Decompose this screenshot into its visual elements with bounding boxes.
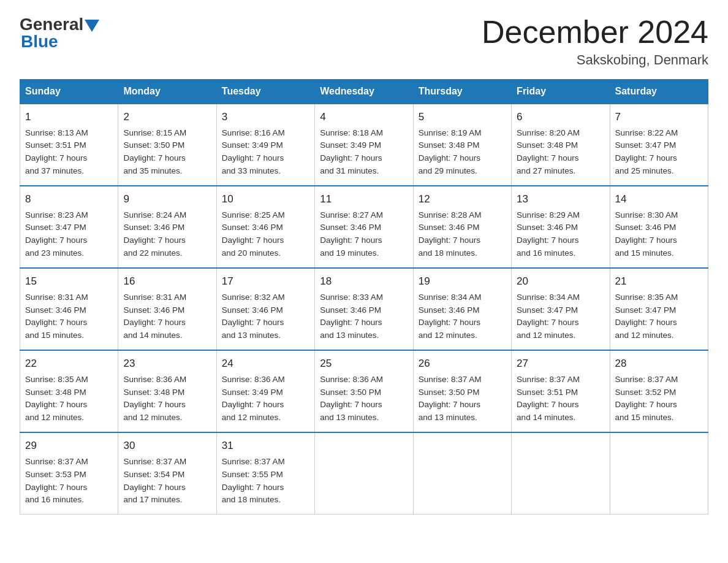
day-cell: 1Sunrise: 8:13 AMSunset: 3:51 PMDaylight… xyxy=(20,104,118,186)
day-info: Sunrise: 8:30 AMSunset: 3:46 PMDaylight:… xyxy=(615,210,678,258)
day-number: 24 xyxy=(222,356,309,372)
day-info: Sunrise: 8:24 AMSunset: 3:46 PMDaylight:… xyxy=(123,210,186,258)
day-number: 28 xyxy=(615,356,703,372)
day-number: 15 xyxy=(25,274,113,289)
day-info: Sunrise: 8:20 AMSunset: 3:48 PMDaylight:… xyxy=(517,128,580,176)
day-info: Sunrise: 8:36 AMSunset: 3:48 PMDaylight:… xyxy=(123,375,186,423)
day-number: 11 xyxy=(320,191,408,207)
day-info: Sunrise: 8:31 AMSunset: 3:46 PMDaylight:… xyxy=(123,293,186,340)
day-cell: 27Sunrise: 8:37 AMSunset: 3:51 PMDayligh… xyxy=(512,350,610,432)
day-info: Sunrise: 8:32 AMSunset: 3:46 PMDaylight:… xyxy=(222,293,285,340)
logo-blue-text: Blue xyxy=(21,32,58,52)
day-info: Sunrise: 8:31 AMSunset: 3:46 PMDaylight:… xyxy=(25,293,88,340)
day-number: 10 xyxy=(222,191,309,207)
day-number: 27 xyxy=(517,356,604,372)
day-number: 13 xyxy=(517,191,604,207)
day-cell xyxy=(610,432,708,515)
calendar-header-row: SundayMondayTuesdayWednesdayThursdayFrid… xyxy=(20,80,708,104)
day-cell: 28Sunrise: 8:37 AMSunset: 3:52 PMDayligh… xyxy=(610,350,708,432)
day-number: 14 xyxy=(615,191,703,207)
logo: General Blue xyxy=(20,15,100,52)
day-cell: 18Sunrise: 8:33 AMSunset: 3:46 PMDayligh… xyxy=(315,268,413,350)
day-info: Sunrise: 8:18 AMSunset: 3:49 PMDaylight:… xyxy=(320,128,383,176)
col-header-tuesday: Tuesday xyxy=(216,80,314,104)
day-info: Sunrise: 8:22 AMSunset: 3:47 PMDaylight:… xyxy=(615,128,678,176)
day-cell: 31Sunrise: 8:37 AMSunset: 3:55 PMDayligh… xyxy=(216,432,314,515)
day-number: 7 xyxy=(615,109,703,125)
day-number: 20 xyxy=(517,274,604,289)
col-header-wednesday: Wednesday xyxy=(315,80,413,104)
day-number: 1 xyxy=(25,109,113,125)
month-title: December 2024 xyxy=(482,15,708,50)
day-cell: 25Sunrise: 8:36 AMSunset: 3:50 PMDayligh… xyxy=(315,350,413,432)
day-cell: 3Sunrise: 8:16 AMSunset: 3:49 PMDaylight… xyxy=(216,104,314,186)
week-row-2: 8Sunrise: 8:23 AMSunset: 3:47 PMDaylight… xyxy=(20,186,708,268)
day-number: 18 xyxy=(320,274,408,289)
location: Sakskobing, Denmark xyxy=(482,52,708,68)
day-number: 6 xyxy=(517,109,604,125)
week-row-5: 29Sunrise: 8:37 AMSunset: 3:53 PMDayligh… xyxy=(20,432,708,515)
day-number: 3 xyxy=(222,109,309,125)
day-info: Sunrise: 8:28 AMSunset: 3:46 PMDaylight:… xyxy=(419,210,482,258)
day-info: Sunrise: 8:13 AMSunset: 3:51 PMDaylight:… xyxy=(25,128,88,176)
day-cell: 11Sunrise: 8:27 AMSunset: 3:46 PMDayligh… xyxy=(315,186,413,268)
day-info: Sunrise: 8:35 AMSunset: 3:47 PMDaylight:… xyxy=(615,293,678,340)
day-cell: 13Sunrise: 8:29 AMSunset: 3:46 PMDayligh… xyxy=(512,186,610,268)
day-number: 16 xyxy=(123,274,211,289)
calendar-table: SundayMondayTuesdayWednesdayThursdayFrid… xyxy=(20,79,708,515)
day-info: Sunrise: 8:36 AMSunset: 3:49 PMDaylight:… xyxy=(222,375,285,423)
day-cell: 7Sunrise: 8:22 AMSunset: 3:47 PMDaylight… xyxy=(610,104,708,186)
day-cell: 2Sunrise: 8:15 AMSunset: 3:50 PMDaylight… xyxy=(118,104,216,186)
day-info: Sunrise: 8:35 AMSunset: 3:48 PMDaylight:… xyxy=(25,375,88,423)
title-block: December 2024 Sakskobing, Denmark xyxy=(482,15,708,68)
week-row-1: 1Sunrise: 8:13 AMSunset: 3:51 PMDaylight… xyxy=(20,104,708,186)
day-cell: 30Sunrise: 8:37 AMSunset: 3:54 PMDayligh… xyxy=(118,432,216,515)
page-header: General Blue December 2024 Sakskobing, D… xyxy=(20,15,708,68)
col-header-friday: Friday xyxy=(512,80,610,104)
day-cell: 23Sunrise: 8:36 AMSunset: 3:48 PMDayligh… xyxy=(118,350,216,432)
col-header-sunday: Sunday xyxy=(20,80,118,104)
day-info: Sunrise: 8:37 AMSunset: 3:54 PMDaylight:… xyxy=(123,457,186,505)
day-number: 21 xyxy=(615,274,703,289)
day-cell: 22Sunrise: 8:35 AMSunset: 3:48 PMDayligh… xyxy=(20,350,118,432)
day-cell: 5Sunrise: 8:19 AMSunset: 3:48 PMDaylight… xyxy=(413,104,511,186)
day-cell: 14Sunrise: 8:30 AMSunset: 3:46 PMDayligh… xyxy=(610,186,708,268)
day-cell: 26Sunrise: 8:37 AMSunset: 3:50 PMDayligh… xyxy=(413,350,511,432)
day-number: 25 xyxy=(320,356,408,372)
day-cell: 29Sunrise: 8:37 AMSunset: 3:53 PMDayligh… xyxy=(20,432,118,515)
day-cell: 20Sunrise: 8:34 AMSunset: 3:47 PMDayligh… xyxy=(512,268,610,350)
day-info: Sunrise: 8:37 AMSunset: 3:55 PMDaylight:… xyxy=(222,457,285,505)
day-number: 17 xyxy=(222,274,309,289)
week-row-3: 15Sunrise: 8:31 AMSunset: 3:46 PMDayligh… xyxy=(20,268,708,350)
col-header-thursday: Thursday xyxy=(413,80,511,104)
day-cell: 15Sunrise: 8:31 AMSunset: 3:46 PMDayligh… xyxy=(20,268,118,350)
day-info: Sunrise: 8:15 AMSunset: 3:50 PMDaylight:… xyxy=(123,128,186,176)
day-info: Sunrise: 8:37 AMSunset: 3:50 PMDaylight:… xyxy=(419,375,482,423)
day-info: Sunrise: 8:37 AMSunset: 3:53 PMDaylight:… xyxy=(25,457,88,505)
day-cell: 4Sunrise: 8:18 AMSunset: 3:49 PMDaylight… xyxy=(315,104,413,186)
day-cell: 8Sunrise: 8:23 AMSunset: 3:47 PMDaylight… xyxy=(20,186,118,268)
day-number: 26 xyxy=(419,356,506,372)
day-info: Sunrise: 8:36 AMSunset: 3:50 PMDaylight:… xyxy=(320,375,383,423)
day-info: Sunrise: 8:16 AMSunset: 3:49 PMDaylight:… xyxy=(222,128,285,176)
day-cell: 12Sunrise: 8:28 AMSunset: 3:46 PMDayligh… xyxy=(413,186,511,268)
day-cell xyxy=(315,432,413,515)
day-cell xyxy=(413,432,511,515)
day-info: Sunrise: 8:27 AMSunset: 3:46 PMDaylight:… xyxy=(320,210,383,258)
day-cell: 16Sunrise: 8:31 AMSunset: 3:46 PMDayligh… xyxy=(118,268,216,350)
day-number: 22 xyxy=(25,356,113,372)
day-info: Sunrise: 8:37 AMSunset: 3:51 PMDaylight:… xyxy=(517,375,580,423)
day-cell: 17Sunrise: 8:32 AMSunset: 3:46 PMDayligh… xyxy=(216,268,314,350)
day-cell: 6Sunrise: 8:20 AMSunset: 3:48 PMDaylight… xyxy=(512,104,610,186)
week-row-4: 22Sunrise: 8:35 AMSunset: 3:48 PMDayligh… xyxy=(20,350,708,432)
day-info: Sunrise: 8:29 AMSunset: 3:46 PMDaylight:… xyxy=(517,210,580,258)
day-cell: 19Sunrise: 8:34 AMSunset: 3:46 PMDayligh… xyxy=(413,268,511,350)
day-info: Sunrise: 8:33 AMSunset: 3:46 PMDaylight:… xyxy=(320,293,383,340)
day-cell: 24Sunrise: 8:36 AMSunset: 3:49 PMDayligh… xyxy=(216,350,314,432)
day-number: 30 xyxy=(123,438,211,454)
day-cell xyxy=(512,432,610,515)
day-cell: 9Sunrise: 8:24 AMSunset: 3:46 PMDaylight… xyxy=(118,186,216,268)
day-number: 23 xyxy=(123,356,211,372)
day-info: Sunrise: 8:23 AMSunset: 3:47 PMDaylight:… xyxy=(25,210,88,258)
day-info: Sunrise: 8:19 AMSunset: 3:48 PMDaylight:… xyxy=(419,128,482,176)
